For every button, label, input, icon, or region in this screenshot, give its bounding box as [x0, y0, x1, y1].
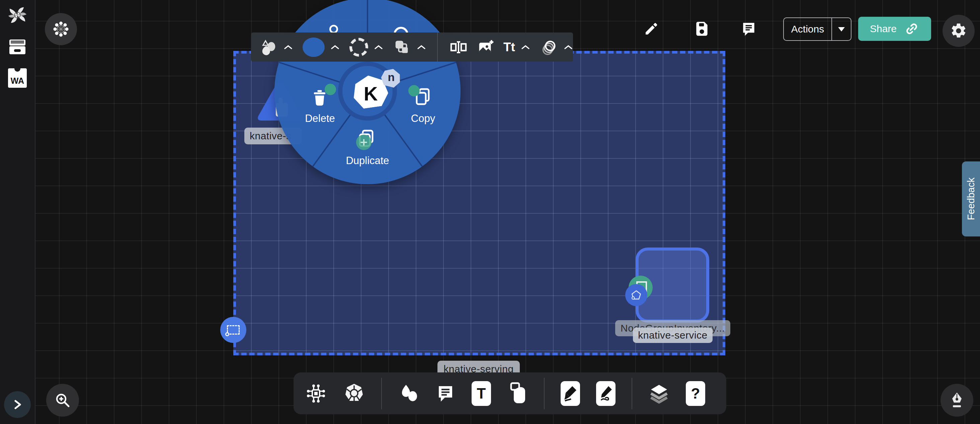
help-label: ? — [691, 385, 700, 402]
add-image-button[interactable] — [477, 38, 495, 56]
zoom-in-icon — [54, 392, 71, 409]
chevron-up-icon[interactable] — [521, 45, 530, 50]
comment-icon[interactable] — [740, 21, 757, 38]
menu-item-label: Copy — [411, 113, 435, 124]
resize-width-button[interactable] — [449, 40, 468, 54]
comment-icon — [436, 384, 455, 403]
menu-item-label: Duplicate — [346, 155, 389, 167]
menu-item-duplicate[interactable]: Duplicate — [345, 129, 389, 173]
feedback-tab[interactable]: Feedback — [962, 161, 980, 236]
save-icon[interactable] — [694, 20, 710, 38]
menu-item-label: Delete — [305, 113, 335, 124]
chevron-up-icon[interactable] — [564, 45, 573, 50]
arrange-button[interactable] — [393, 38, 411, 56]
zoom-button[interactable] — [46, 384, 79, 417]
chevron-up-icon[interactable] — [331, 45, 339, 50]
chevron-up-icon[interactable] — [284, 45, 293, 50]
text-style-label: Tt — [503, 40, 515, 54]
pencil-tool-button[interactable] — [596, 381, 616, 406]
swirl-logo-icon[interactable] — [7, 5, 28, 26]
wa-badge-icon[interactable]: WA — [8, 69, 27, 88]
kubernetes-button[interactable] — [343, 383, 365, 405]
region-icon — [227, 325, 240, 335]
stroke-style-button[interactable] — [349, 38, 368, 57]
shapes-button[interactable] — [398, 383, 419, 404]
sidebar: WA — [0, 0, 35, 424]
radial-context-menu: Delete Copy Duplicate K — [274, 0, 461, 184]
cluster-button[interactable] — [45, 13, 77, 45]
status-dot — [408, 85, 420, 96]
network-node-icon — [305, 383, 327, 405]
archive-icon[interactable] — [7, 38, 27, 56]
toolbar-separator — [437, 32, 438, 62]
opacity-icon — [540, 38, 558, 56]
pencil-icon — [598, 385, 613, 402]
service-node-name-label: knative-service — [633, 328, 713, 343]
k-letter: K — [364, 82, 378, 105]
tool-palette: T — [294, 372, 726, 414]
toolbar-separator — [381, 378, 382, 409]
arrange-icon — [393, 38, 411, 56]
toolbar-separator — [632, 378, 632, 409]
actions-button[interactable]: Actions — [783, 18, 851, 41]
style-toolbar: Tt — [251, 32, 573, 62]
help-button[interactable]: ? — [686, 381, 705, 406]
add-image-icon — [477, 38, 495, 56]
menu-center[interactable]: K n — [338, 62, 397, 121]
plus-badge — [356, 135, 372, 150]
pen-button[interactable] — [940, 384, 973, 417]
actions-dropdown[interactable] — [832, 18, 851, 40]
service-node-blue-badge — [625, 284, 647, 306]
app-window: knative-s NodeGroupInventory... knative-… — [0, 0, 980, 424]
link-icon — [904, 21, 920, 37]
stroke-style-icon — [349, 38, 368, 57]
comment-tool-button[interactable] — [436, 384, 455, 403]
share-button[interactable]: Share — [858, 17, 931, 41]
text-tool-button[interactable]: T — [472, 381, 491, 406]
sidebar-expand-button[interactable] — [4, 391, 31, 418]
feedback-label: Feedback — [966, 177, 977, 220]
node-cluster-icon — [52, 21, 69, 38]
layers-button[interactable] — [648, 383, 670, 404]
knative-pentagon-icon — [630, 289, 643, 301]
fill-color-button[interactable] — [302, 38, 325, 57]
toolbar-separator — [544, 378, 544, 409]
layers-icon — [648, 383, 670, 404]
text-style-button[interactable]: Tt — [503, 40, 515, 54]
shape-style-button[interactable] — [260, 38, 278, 56]
text-tool-label: T — [477, 385, 486, 402]
status-dot — [325, 84, 336, 95]
chevron-up-icon[interactable] — [374, 45, 383, 50]
opacity-button[interactable] — [540, 38, 558, 56]
resize-width-icon — [449, 40, 468, 54]
marker-tool-button[interactable] — [561, 381, 580, 406]
frame-tool-button[interactable] — [507, 382, 528, 405]
selection-handle[interactable] — [220, 317, 247, 343]
edit-pencil-icon[interactable] — [643, 21, 659, 37]
network-node-button[interactable] — [305, 383, 327, 405]
menu-item-copy[interactable]: Copy — [402, 88, 446, 128]
wa-label: WA — [11, 76, 24, 86]
actions-label: Actions — [784, 18, 831, 40]
pen-nib-icon — [949, 391, 965, 409]
caret-down-icon — [838, 27, 845, 32]
marker-icon — [563, 385, 578, 402]
chevron-up-icon[interactable] — [417, 45, 426, 50]
expand-chevron-icon — [13, 399, 22, 410]
fill-color-swatch — [302, 38, 325, 57]
settings-button[interactable] — [942, 15, 975, 47]
shape-style-icon — [260, 38, 278, 56]
share-label: Share — [870, 23, 897, 35]
frame-icon — [507, 382, 528, 405]
settings-gear-icon — [950, 22, 967, 40]
shapes-icon — [398, 383, 419, 404]
kubernetes-icon — [343, 383, 365, 405]
